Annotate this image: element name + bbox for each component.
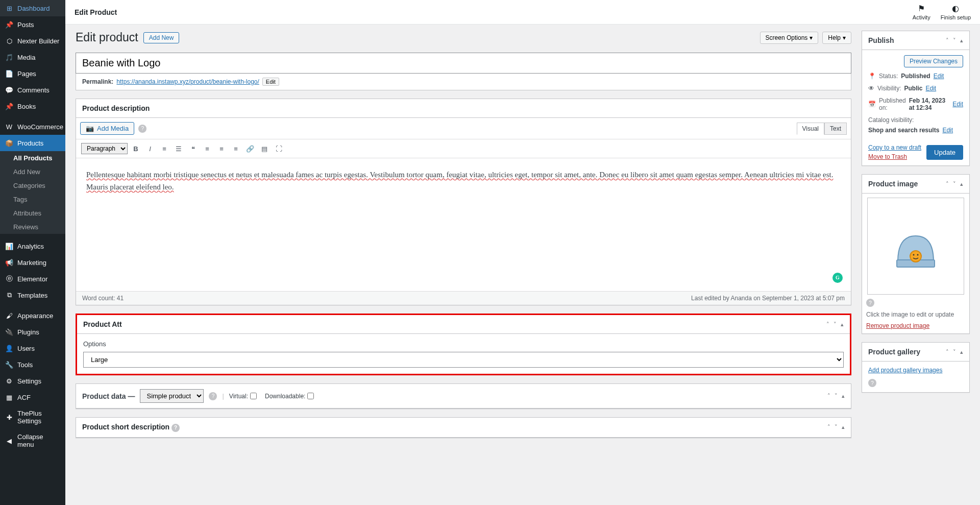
move-up-icon[interactable]: ˄ [827,393,830,399]
permalink-link[interactable]: https://ananda.instawp.xyz/product/beani… [116,78,259,85]
quote-button[interactable]: ❝ [187,142,199,155]
finish-icon: ◐ [952,4,959,13]
virtual-input[interactable] [250,393,257,399]
product-title-input[interactable] [76,53,851,74]
help-button[interactable]: Help ▾ [822,32,851,44]
sidebar-sub-categories[interactable]: Categories [0,179,65,193]
sidebar-item-comments[interactable]: 💬Comments [0,82,65,98]
screen-options-button[interactable]: Screen Options ▾ [760,32,819,44]
sidebar-item-pages[interactable]: 📄Pages [0,65,65,82]
move-down-icon[interactable]: ˅ [835,393,838,399]
copy-draft-link[interactable]: Copy to a new draft [868,144,921,151]
toggle-icon[interactable]: ▴ [960,37,963,44]
add-new-button[interactable]: Add New [143,32,180,43]
sidebar-item-appearance[interactable]: 🖌Appearance [0,307,65,324]
paragraph-select[interactable]: Paragraph [81,143,128,154]
topbar-title: Edit Product [75,8,117,16]
collapse-menu[interactable]: ◀ Collapse menu [0,429,65,452]
sidebar-item-users[interactable]: 👤Users [0,340,65,356]
product-image-thumbnail[interactable] [867,198,964,295]
sidebar-item-theplus-settings[interactable]: ✚ThePlus Settings [0,405,65,429]
sidebar-item-dashboard[interactable]: ⊞Dashboard [0,0,65,16]
align-right-button[interactable]: ≡ [230,142,242,155]
sidebar-item-nexter-builder[interactable]: ⬡Nexter Builder [0,33,65,49]
activity-button[interactable]: ⚑ Activity [913,4,930,20]
tab-visual[interactable]: Visual [797,123,824,135]
sidebar-sub-attributes[interactable]: Attributes [0,206,65,220]
sidebar-item-elementor[interactable]: ⓔElementor [0,271,65,287]
product-type-select[interactable]: Simple product [140,389,204,403]
sidebar-item-books[interactable]: 📌Books [0,98,65,114]
move-up-icon[interactable]: ˄ [827,424,830,430]
align-left-button[interactable]: ≡ [201,142,213,155]
page-title: Edit product [76,31,138,44]
align-center-button[interactable]: ≡ [215,142,228,155]
number-list-button[interactable]: ☰ [173,142,185,155]
grammarly-icon[interactable]: G [832,273,843,283]
sidebar-sub-reviews[interactable]: Reviews [0,220,65,234]
help-icon[interactable]: ? [172,424,180,432]
sidebar-item-templates[interactable]: ⧉Templates [0,287,65,303]
sidebar-item-settings[interactable]: ⚙Settings [0,373,65,389]
products-icon: 📦 [5,139,13,147]
move-down-icon[interactable]: ˅ [953,181,956,187]
analytics-icon: 📊 [5,242,13,250]
bold-button[interactable]: B [130,142,142,155]
sidebar-sub-add-new[interactable]: Add New [0,165,65,179]
sidebar-item-products[interactable]: 📦Products [0,135,65,151]
product-image-header: Product image [868,180,918,188]
toggle-icon[interactable]: ▴ [960,181,963,187]
sidebar-item-plugins[interactable]: 🔌Plugins [0,324,65,340]
downloadable-input[interactable] [307,393,314,399]
toggle-icon[interactable]: ▴ [960,349,963,355]
bullet-list-button[interactable]: ≡ [158,142,170,155]
add-media-button[interactable]: 📷 Add Media [80,122,134,135]
move-trash-link[interactable]: Move to Trash [868,153,921,160]
toggle-icon[interactable]: ▴ [841,321,844,328]
toggle-icon[interactable]: ▴ [842,424,845,430]
help-icon[interactable]: ? [866,299,874,307]
sidebar-sub-all-products[interactable]: All Products [0,151,65,165]
italic-button[interactable]: I [144,142,156,155]
sidebar-item-posts[interactable]: 📌Posts [0,16,65,33]
remove-image-link[interactable]: Remove product image [866,322,929,329]
virtual-checkbox[interactable]: Virtual: [229,393,257,400]
link-button[interactable]: 🔗 [244,142,256,155]
help-icon[interactable]: ? [868,379,876,387]
tab-text[interactable]: Text [824,123,847,135]
sidebar-item-label: Products [17,139,43,147]
editor-textarea[interactable]: Pellentesque habitant morbi tristique se… [76,158,851,291]
sidebar-sub-tags[interactable]: Tags [0,193,65,206]
finish-setup-button[interactable]: ◐ Finish setup [941,4,971,20]
catalog-edit-link[interactable]: Edit [942,127,953,134]
toggle-icon[interactable]: ▴ [842,393,845,399]
collapse-label: Collapse menu [17,433,60,448]
sidebar-item-analytics[interactable]: 📊Analytics [0,238,65,254]
move-down-icon[interactable]: ˅ [953,349,956,355]
visibility-edit-link[interactable]: Edit [925,85,936,92]
help-icon[interactable]: ? [209,392,217,400]
sidebar-item-woocommerce[interactable]: WWooCommerce [0,118,65,135]
sidebar-item-tools[interactable]: 🔧Tools [0,356,65,373]
move-down-icon[interactable]: ˅ [834,321,837,328]
move-up-icon[interactable]: ˄ [946,349,949,355]
move-up-icon[interactable]: ˄ [826,321,829,328]
sidebar-item-marketing[interactable]: 📢Marketing [0,254,65,271]
move-up-icon[interactable]: ˄ [946,181,949,187]
options-select[interactable]: Large [83,352,844,368]
help-icon[interactable]: ? [138,125,146,133]
move-down-icon[interactable]: ˅ [835,424,838,430]
sidebar-item-media[interactable]: 🎵Media [0,49,65,65]
published-edit-link[interactable]: Edit [952,101,963,108]
readmore-button[interactable]: ▤ [258,142,271,155]
move-up-icon[interactable]: ˄ [946,37,949,44]
status-edit-link[interactable]: Edit [934,73,944,80]
fullscreen-button[interactable]: ⛶ [273,142,285,155]
update-button[interactable]: Update [926,145,963,160]
downloadable-checkbox[interactable]: Downloadable: [265,393,314,400]
move-down-icon[interactable]: ˅ [953,37,956,44]
sidebar-item-acf[interactable]: ▦ACF [0,389,65,405]
preview-button[interactable]: Preview Changes [904,55,963,67]
permalink-edit-button[interactable]: Edit [262,78,279,86]
add-gallery-link[interactable]: Add product gallery images [868,367,963,374]
